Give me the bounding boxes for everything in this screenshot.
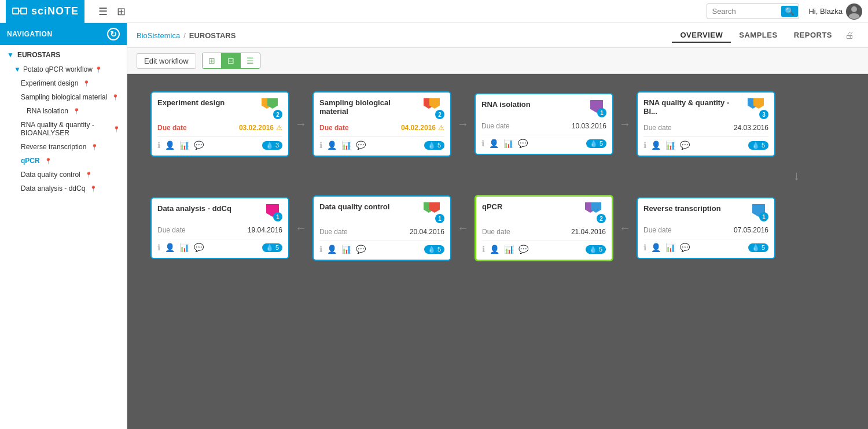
chart-icon[interactable]: 📊 [503, 139, 513, 148]
user-icon[interactable]: 👤 [327, 245, 337, 254]
sidebar-item-label: RNA isolation [27, 107, 68, 115]
sidebar-item-rna-quality[interactable]: RNA quality & quantity - BIOANALYSER 📍 [0, 118, 127, 140]
chart-icon[interactable]: 📊 [341, 245, 351, 254]
workflow-canvas: Experiment design 2 Due date [127, 74, 868, 429]
due-label: Due date [157, 124, 187, 132]
breadcrumb-root[interactable]: BioSistemica [137, 31, 180, 40]
task-card-data-quality[interactable]: Data quality control 1 Due date [312, 195, 451, 261]
drop-count: 5 [437, 142, 441, 149]
drop-icon: 💧 [752, 142, 760, 149]
task-card-reverse-transcription[interactable]: Reverse transcription 1 Due date 07.05.2… [637, 197, 775, 259]
info-icon[interactable]: ℹ [482, 245, 485, 254]
card-title: Reverse transcription [643, 204, 752, 213]
view-medium-icon[interactable]: ⊟ [222, 53, 241, 68]
task-card-rna-quality[interactable]: RNA quality & quantity - BI... 3 Due dat [637, 91, 775, 157]
sidebar-header: NAVIGATION ↻ [0, 23, 127, 45]
drop-icon: 💧 [752, 244, 760, 252]
comment-icon[interactable]: 💬 [518, 245, 528, 254]
sidebar-item-label: Potato qPCR workflow [23, 65, 93, 73]
card-title: Experiment design [157, 98, 262, 107]
card-badge: 1 [752, 204, 768, 221]
breadcrumb-current: EUROSTARS [189, 31, 236, 40]
pin-icon: 📍 [112, 94, 119, 101]
info-icon[interactable]: ℹ [643, 243, 646, 252]
view-large-icon[interactable]: ☰ [241, 53, 260, 68]
tab-reports[interactable]: REPORTS [786, 28, 840, 43]
view-toggle: ⊞ ⊟ ☰ [202, 53, 260, 69]
chart-icon[interactable]: 📊 [665, 243, 675, 252]
view-small-icon[interactable]: ⊞ [203, 53, 222, 68]
comment-icon[interactable]: 💬 [680, 140, 690, 150]
chart-icon[interactable]: ⊞ [117, 5, 126, 18]
comment-icon[interactable]: 💬 [356, 245, 366, 254]
sidebar-item-experiment-design[interactable]: Experiment design 📍 [0, 76, 127, 90]
sidebar-item-sampling[interactable]: Sampling biological material 📍 [0, 90, 127, 104]
chart-icon[interactable]: 📊 [504, 245, 514, 254]
print-icon[interactable]: 🖨 [840, 28, 859, 43]
user-icon[interactable]: 👤 [327, 140, 337, 150]
info-icon[interactable]: ℹ [481, 139, 484, 148]
chart-icon[interactable]: 📊 [179, 243, 189, 252]
drop-count: 5 [599, 140, 603, 147]
chart-icon[interactable]: 📊 [179, 140, 189, 150]
tab-samples[interactable]: SAMPLES [731, 28, 785, 43]
card-badge: 1 [424, 202, 444, 223]
card-title: qPCR [482, 202, 585, 211]
comment-icon[interactable]: 💬 [194, 140, 204, 150]
info-icon[interactable]: ℹ [643, 140, 646, 150]
search-button[interactable]: 🔍 [781, 6, 798, 17]
user-icon[interactable]: 👤 [489, 139, 499, 148]
sidebar-item-label: Data quality control [21, 171, 80, 179]
pin-icon: 📍 [45, 158, 52, 164]
info-icon[interactable]: ℹ [319, 245, 322, 254]
sidebar-item-label: RNA quality & quantity - BIOANALYSER [21, 121, 108, 137]
chart-icon[interactable]: 📊 [665, 140, 675, 150]
task-card-qpcr[interactable]: qPCR 2 Due date 21.04.2016 [475, 195, 613, 261]
pin-icon: 📍 [83, 80, 90, 87]
sidebar-refresh-icon[interactable]: ↻ [107, 28, 120, 40]
sidebar-item-potato-workflow[interactable]: ▼ Potato qPCR workflow 📍 [0, 62, 127, 76]
user-icon[interactable]: 👤 [651, 140, 661, 150]
hamburger-icon[interactable]: ☰ [98, 5, 108, 18]
workflow-grid: Experiment design 2 Due date [150, 91, 845, 261]
due-date: 07.05.2016 [734, 226, 768, 234]
task-card-sampling[interactable]: Sampling biological material 2 Due date [312, 91, 451, 157]
pin-icon: 📍 [113, 126, 120, 132]
sidebar-item-data-analysis[interactable]: Data analysis - ddCq 📍 [0, 182, 127, 195]
user-icon[interactable]: 👤 [490, 245, 499, 254]
tab-overview[interactable]: OVERVIEW [672, 28, 731, 43]
logo: sciNOTE [6, 0, 84, 23]
user-icon[interactable]: 👤 [165, 140, 175, 150]
task-card-experiment-design[interactable]: Experiment design 2 Due date [150, 91, 289, 157]
warning-icon: ⚠ [438, 124, 444, 132]
info-icon[interactable]: ℹ [319, 140, 322, 150]
task-card-rna-isolation[interactable]: RNA isolation 1 Due date 10.03.2016 [475, 93, 613, 155]
avatar[interactable] [846, 3, 862, 20]
info-icon[interactable]: ℹ [157, 140, 160, 150]
comment-icon[interactable]: 💬 [194, 243, 204, 252]
comment-icon[interactable]: 💬 [356, 140, 366, 150]
edit-workflow-button[interactable]: Edit workflow [137, 53, 196, 69]
task-card-data-analysis[interactable]: Data analysis - ddCq 1 Due date 19.04.20… [150, 197, 289, 259]
sidebar-item-qpcr[interactable]: qPCR 📍 [0, 154, 127, 168]
pin-icon: 📍 [85, 172, 92, 178]
sidebar-item-rna-isolation[interactable]: RNA isolation 📍 [0, 104, 127, 118]
due-label: Due date [319, 228, 348, 236]
comment-icon[interactable]: 💬 [680, 243, 690, 252]
info-icon[interactable]: ℹ [157, 243, 160, 252]
due-date: 19.04.2016 [248, 226, 282, 234]
user-icon[interactable]: 👤 [651, 243, 661, 252]
due-label: Due date [482, 228, 510, 236]
drop-icon: 💧 [589, 246, 597, 253]
sidebar-section-title[interactable]: ▼ EUROSTARS [0, 47, 127, 62]
due-label: Due date [319, 124, 349, 132]
user-icon[interactable]: 👤 [165, 243, 175, 252]
chart-icon[interactable]: 📊 [341, 140, 351, 150]
arrow-down: ↓ [150, 168, 806, 183]
comment-icon[interactable]: 💬 [518, 139, 528, 148]
sidebar-item-reverse-transcription[interactable]: Reverse transcription 📍 [0, 140, 127, 154]
search-input[interactable] [712, 7, 781, 16]
sidebar-item-data-quality[interactable]: Data quality control 📍 [0, 168, 127, 182]
card-title: Data analysis - ddCq [157, 204, 266, 213]
due-label: Due date [157, 226, 186, 234]
